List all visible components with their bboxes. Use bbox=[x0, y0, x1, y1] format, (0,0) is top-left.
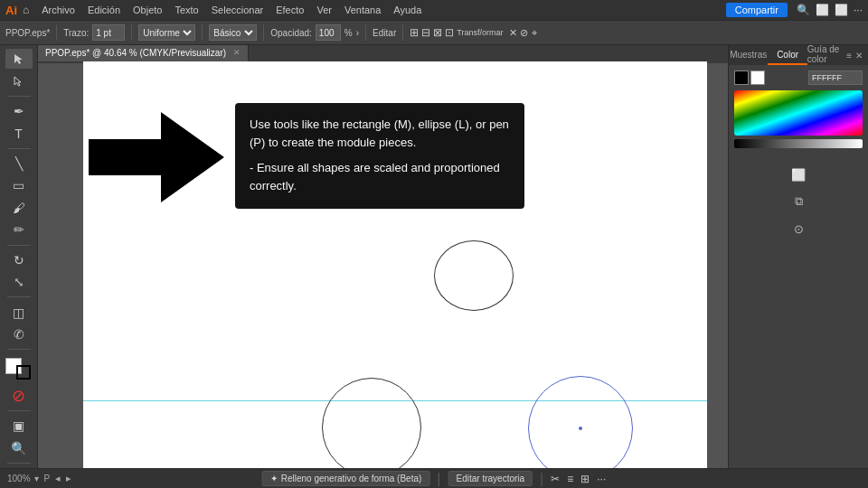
tooltip-line2: - Ensure all shapes are scaled and propo… bbox=[250, 159, 510, 195]
main-layout: ✒ T ╲ ▭ 🖌 ✏ ↻ ⤡ ◫ ✆ ⊘ ▣ 🔍 ··· PPOP.eps* … bbox=[0, 45, 868, 488]
edit-path-label: Editar trayectoria bbox=[457, 474, 525, 483]
more-icon[interactable]: ··· bbox=[854, 4, 863, 16]
slice-icon[interactable]: ✂ bbox=[551, 473, 560, 485]
select-tool[interactable] bbox=[5, 49, 33, 69]
color-spectrum[interactable] bbox=[734, 90, 863, 136]
tab-color[interactable]: Color bbox=[768, 45, 807, 65]
menu-ayuda[interactable]: Ayuda bbox=[388, 3, 427, 17]
workspace-icon[interactable]: ⬜ bbox=[835, 4, 848, 16]
circle-bottom-left[interactable] bbox=[322, 378, 421, 477]
scale-tool[interactable]: ⤡ bbox=[5, 272, 33, 292]
stroke-type-select[interactable]: Uniforme bbox=[138, 24, 195, 41]
tab-muestras[interactable]: Muestras bbox=[729, 45, 768, 65]
align-icon2[interactable]: ⊟ bbox=[421, 26, 430, 39]
file-label: PPOP.eps* bbox=[5, 28, 50, 38]
color-panel bbox=[729, 65, 868, 154]
zoom-tool[interactable]: 🔍 bbox=[5, 437, 33, 457]
arrange-icon[interactable]: ⬜ bbox=[816, 4, 829, 16]
tab-guia[interactable]: Guía de color bbox=[807, 45, 846, 65]
canvas-tab-label: PPOP.eps* @ 40.64 % (CMYK/Previsualizar) bbox=[45, 48, 226, 58]
transform-label[interactable]: Transf/ormar bbox=[457, 28, 503, 37]
tool-separator7 bbox=[7, 463, 31, 464]
edit-path-button[interactable]: Editar trayectoria bbox=[448, 471, 533, 486]
black-swatch[interactable] bbox=[734, 70, 749, 85]
align-icon4[interactable]: ⊡ bbox=[445, 26, 454, 39]
opacidad-label: Opacidad: bbox=[270, 28, 312, 38]
zoom-control: 100% ▾ bbox=[7, 474, 39, 483]
arrow-right[interactable]: › bbox=[356, 28, 359, 38]
rect-tool[interactable]: ▭ bbox=[5, 175, 33, 195]
close-tab-icon[interactable]: ✕ bbox=[233, 48, 241, 57]
bottom-separator: | bbox=[437, 471, 440, 487]
menu-ventana[interactable]: Ventana bbox=[339, 3, 386, 17]
tool-separator6 bbox=[7, 410, 31, 411]
none-icon[interactable]: ⊘ bbox=[5, 385, 33, 405]
eyedropper-tool[interactable]: ✆ bbox=[5, 324, 33, 344]
percent-sign: % bbox=[344, 28, 353, 38]
gradient-tool[interactable]: ◫ bbox=[5, 302, 33, 322]
hex-color-input[interactable] bbox=[808, 70, 863, 85]
align-icon[interactable]: ⊙ bbox=[786, 219, 811, 239]
menu-ver[interactable]: Ver bbox=[311, 3, 337, 17]
pencil-tool[interactable]: ✏ bbox=[5, 220, 33, 239]
artboards-icon[interactable]: ⬜ bbox=[786, 164, 811, 184]
align-icon1[interactable]: ⊞ bbox=[410, 26, 419, 39]
control-bar: PPOP.eps* Trazo: Uniforme Básico Opacida… bbox=[0, 20, 868, 45]
separator4 bbox=[263, 24, 264, 41]
paintbrush-tool[interactable]: 🖌 bbox=[5, 198, 33, 218]
pen-tool[interactable]: ✒ bbox=[5, 101, 33, 121]
stroke-color[interactable] bbox=[16, 365, 31, 380]
panel-collapse-icon[interactable]: ≡ bbox=[846, 51, 852, 61]
circle-center-dot bbox=[579, 427, 582, 430]
list-icon[interactable]: ≡ bbox=[567, 473, 573, 485]
color-selector[interactable] bbox=[5, 358, 33, 380]
editar-label[interactable]: Editar bbox=[373, 28, 396, 38]
tool-separator4 bbox=[7, 296, 31, 297]
generative-fill-button[interactable]: ✦ Relleno generativo de forma (Beta) bbox=[262, 471, 430, 486]
panel-close-icon[interactable]: ✕ bbox=[855, 51, 863, 61]
white-swatch[interactable] bbox=[750, 70, 765, 85]
direct-select-tool[interactable] bbox=[5, 70, 33, 90]
menu-archivo[interactable]: Archivo bbox=[36, 3, 80, 17]
tool-separator3 bbox=[7, 245, 31, 246]
bw-slider[interactable] bbox=[734, 139, 863, 148]
menu-edicion[interactable]: Edición bbox=[82, 3, 126, 17]
share-button[interactable]: Compartir bbox=[726, 3, 788, 17]
bottom-separator2: | bbox=[540, 471, 543, 487]
tool-icons-row: ⊞ ⊟ ⊠ ⊡ Transf/ormar ✕ ⊘ ⌖ bbox=[410, 26, 536, 39]
screen-mode[interactable]: ▣ bbox=[5, 416, 33, 436]
app-icon: Ai bbox=[5, 4, 17, 17]
stroke-style-select[interactable]: Básico bbox=[209, 24, 257, 41]
line-tool[interactable]: ╲ bbox=[5, 154, 33, 174]
tooltip-line1: Use tools like the rectangle (M), ellips… bbox=[250, 116, 510, 152]
menu-seleccionar[interactable]: Seleccionar bbox=[206, 3, 269, 17]
bottom-center-controls: ✦ Relleno generativo de forma (Beta) | E… bbox=[262, 471, 607, 487]
rotate-tool[interactable]: ↻ bbox=[5, 249, 33, 269]
trazo-input[interactable] bbox=[92, 24, 125, 41]
left-toolbar: ✒ T ╲ ▭ 🖌 ✏ ↻ ⤡ ◫ ✆ ⊘ ▣ 🔍 ··· bbox=[0, 45, 38, 488]
arrow-shape bbox=[89, 112, 220, 202]
zoom-value: 100% bbox=[7, 474, 31, 483]
menu-texto[interactable]: Texto bbox=[169, 3, 203, 17]
grid-icon[interactable]: ⊞ bbox=[580, 473, 590, 485]
search-icon[interactable]: 🔍 bbox=[797, 4, 810, 16]
menu-efecto[interactable]: Efecto bbox=[270, 3, 309, 17]
links-icon[interactable]: ⧉ bbox=[786, 192, 811, 211]
opacidad-input[interactable] bbox=[316, 24, 341, 41]
nav-right-icon[interactable]: ▸ bbox=[66, 473, 71, 484]
nav-left-icon[interactable]: ◂ bbox=[55, 473, 61, 484]
right-side-icons: ⬜ ⧉ ⊙ bbox=[729, 157, 868, 246]
circle-bottom-right-selected[interactable] bbox=[528, 376, 633, 481]
menu-objeto[interactable]: Objeto bbox=[127, 3, 167, 17]
type-tool[interactable]: T bbox=[5, 123, 33, 143]
bw-swatches bbox=[734, 70, 765, 85]
canvas-tab[interactable]: PPOP.eps* @ 40.64 % (CMYK/Previsualizar)… bbox=[38, 45, 249, 61]
tool-separator5 bbox=[7, 349, 31, 350]
circle-top[interactable] bbox=[434, 240, 514, 311]
panel-tabs: Muestras Color Guía de color ≡ ✕ bbox=[729, 45, 868, 65]
zoom-dropdown-icon[interactable]: ▾ bbox=[34, 474, 39, 483]
menu-home[interactable]: ⌂ bbox=[23, 4, 29, 16]
align-icon3[interactable]: ⊠ bbox=[433, 26, 442, 39]
more-bottom-icon[interactable]: ··· bbox=[597, 473, 606, 485]
separator3 bbox=[202, 24, 203, 41]
